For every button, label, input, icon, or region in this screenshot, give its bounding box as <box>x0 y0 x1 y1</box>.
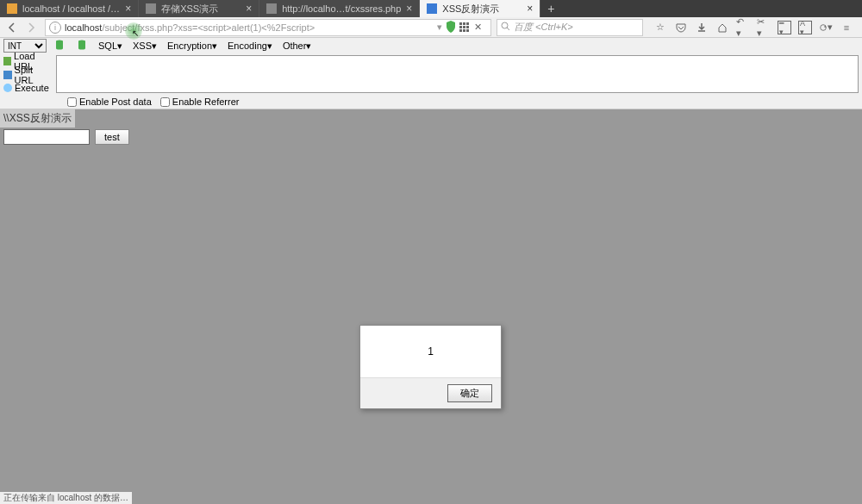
checkbox[interactable] <box>67 97 77 107</box>
page-heading: \\XSS反射演示 <box>0 109 75 128</box>
svg-point-0 <box>502 22 508 28</box>
close-icon[interactable]: × <box>406 3 412 15</box>
site-info-icon[interactable]: i <box>49 22 61 34</box>
load-icon <box>3 57 11 65</box>
pocket-icon[interactable] <box>674 21 688 34</box>
forward-button[interactable] <box>22 19 40 36</box>
enable-referrer-checkbox[interactable]: Enable Referrer <box>160 96 240 107</box>
tab-0[interactable]: localhost / localhost /… × <box>0 0 139 17</box>
tab-2[interactable]: http://localho…t/cxssres.php × <box>259 0 420 17</box>
hackbar-menu: INT SQL▾ XSS▾ Encryption▾ Encoding▾ Othe… <box>0 38 862 53</box>
hackbar-menu-sql[interactable]: SQL▾ <box>95 40 126 52</box>
page-icon <box>7 3 17 14</box>
tab-label: 存储XSS演示 <box>161 3 218 16</box>
shield-icon[interactable] <box>446 21 456 34</box>
tab-label: http://localho…t/cxssres.php <box>282 3 401 14</box>
page-form: test <box>0 128 862 146</box>
database-icon[interactable] <box>78 40 86 52</box>
hackbar-menu-encoding[interactable]: Encoding▾ <box>224 40 276 52</box>
new-tab-button[interactable]: + <box>540 0 561 17</box>
xss-input[interactable] <box>3 129 90 145</box>
downloads-icon[interactable] <box>695 21 709 34</box>
menu-icon[interactable]: ≡ <box>840 21 853 34</box>
search-bar[interactable]: 百度 <Ctrl+K> <box>497 19 643 36</box>
page-icon <box>427 3 437 14</box>
hackbar-toolbar: INT SQL▾ XSS▾ Encryption▾ Encoding▾ Othe… <box>0 38 862 109</box>
tab-3[interactable]: XSS反射演示 × <box>420 0 540 17</box>
url-text: localhost/subject/fxss.php?xss=<script>a… <box>65 22 437 33</box>
test-button[interactable]: test <box>95 129 129 145</box>
close-icon[interactable]: × <box>246 3 252 15</box>
alert-message: 1 <box>360 326 501 377</box>
back-button[interactable] <box>3 19 21 36</box>
font-icon[interactable]: A ▾ <box>798 21 812 34</box>
qr-icon[interactable] <box>459 22 469 32</box>
database-icon[interactable] <box>55 40 64 52</box>
close-icon[interactable]: × <box>527 3 533 15</box>
alert-ok-button[interactable]: 确定 <box>447 384 492 402</box>
hackbar-url-textarea[interactable] <box>56 55 859 93</box>
svg-line-1 <box>507 28 509 30</box>
bookmark-icon[interactable]: ☆ <box>653 21 667 34</box>
page-content: \\XSS反射演示 test 1 确定 <box>0 109 862 493</box>
hackbar-split-url[interactable]: Split URL <box>3 69 53 81</box>
hackbar-execute[interactable]: Execute <box>3 83 53 93</box>
zoom-icon[interactable]: ━ ▾ <box>778 21 791 34</box>
browser-tabs-bar: localhost / localhost /… × 存储XSS演示 × htt… <box>0 0 862 17</box>
alert-dialog: 1 确定 <box>359 325 502 409</box>
execute-icon <box>3 84 12 92</box>
page-icon <box>146 3 156 14</box>
navigation-toolbar: i localhost/subject/fxss.php?xss=<script… <box>0 17 862 38</box>
cut-icon[interactable]: ✂ ▾ <box>757 21 771 34</box>
sync-icon[interactable]: ▾ <box>819 21 833 34</box>
home-icon[interactable] <box>715 21 729 34</box>
address-bar[interactable]: i localhost/subject/fxss.php?xss=<script… <box>45 19 491 36</box>
hackbar-menu-encryption[interactable]: Encryption▾ <box>164 40 221 52</box>
action-label: Execute <box>15 83 49 93</box>
search-icon <box>501 22 510 33</box>
hackbar-options: Enable Post data Enable Referrer <box>0 95 862 109</box>
checkbox-label: Enable Post data <box>79 96 152 107</box>
tab-label: XSS反射演示 <box>442 3 499 16</box>
search-placeholder: 百度 <Ctrl+K> <box>514 21 573 34</box>
clear-icon[interactable]: ✕ <box>474 22 482 33</box>
tab-1[interactable]: 存储XSS演示 × <box>139 0 259 17</box>
checkbox[interactable] <box>160 97 170 107</box>
toolbar-icons: ☆ ↶ ▾ ✂ ▾ ━ ▾ A ▾ ▾ ≡ <box>648 21 859 34</box>
tab-label: localhost / localhost /… <box>22 3 120 14</box>
undo-icon[interactable]: ↶ ▾ <box>736 21 750 34</box>
split-icon <box>3 71 12 79</box>
dropdown-icon[interactable]: ▾ <box>437 22 442 33</box>
close-icon[interactable]: × <box>125 3 131 15</box>
hackbar-actions: Load URL Split URL Execute <box>0 53 56 95</box>
status-bar: 正在传输来自 localhost 的数据… <box>0 492 132 504</box>
enable-post-checkbox[interactable]: Enable Post data <box>67 96 152 107</box>
page-icon <box>266 3 277 14</box>
checkbox-label: Enable Referrer <box>172 96 240 107</box>
hackbar-menu-xss[interactable]: XSS▾ <box>129 40 160 52</box>
hackbar-menu-other[interactable]: Other▾ <box>279 40 315 52</box>
